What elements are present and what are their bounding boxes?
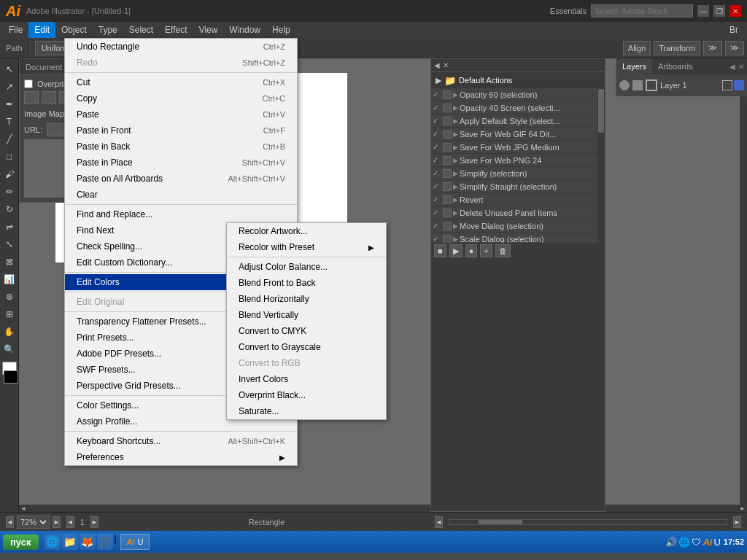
submenu-blend-front-back[interactable]: Blend Front to Back	[227, 275, 386, 291]
start-button[interactable]: пуск	[3, 534, 39, 550]
tab-artboards[interactable]: Artboards	[652, 58, 699, 74]
action-row-9[interactable]: ✓ ▶ Delete Unused Panel Items	[431, 206, 605, 219]
target-circle[interactable]	[722, 80, 732, 90]
layers-close[interactable]: ✕	[738, 63, 744, 71]
taskbar-icon-firefox[interactable]: 🦊	[80, 534, 96, 550]
tray-icon-2[interactable]: 🌐	[678, 537, 690, 548]
action-row-6[interactable]: ✓ ▶ Simplify (selection)	[431, 167, 605, 180]
scroll-left-btn[interactable]: ◄	[19, 505, 28, 512]
menu-select[interactable]: Select	[123, 22, 159, 38]
paintbrush-tool[interactable]: 🖌	[1, 166, 18, 182]
tray-icon-1[interactable]: 🔊	[665, 537, 677, 548]
stroke-color[interactable]	[4, 370, 18, 384]
zoom-select[interactable]: 72%	[17, 516, 50, 529]
more-button[interactable]: ≫	[703, 41, 722, 55]
actions-expand[interactable]: ◀	[434, 61, 440, 69]
pen-tool[interactable]: ✒	[1, 96, 18, 112]
menu-paste-all[interactable]: Paste on All Artboards Alt+Shift+Ctrl+V	[65, 171, 297, 187]
action-row-7[interactable]: ✓ ▶ Simplify Straight (selection)	[431, 180, 605, 193]
action-row-10[interactable]: ✓ ▶ Move Dialog (selection)	[431, 219, 605, 233]
layers-expand[interactable]: ◀	[729, 63, 735, 71]
hand-tool[interactable]: ✋	[1, 324, 18, 340]
reflect-tool[interactable]: ⇌	[1, 219, 18, 235]
taskbar-window-ai[interactable]: Ai U	[120, 534, 150, 550]
menu-file[interactable]: File	[3, 22, 28, 38]
align-button[interactable]: Align	[623, 41, 651, 55]
blend-tool[interactable]: ⊠	[1, 254, 18, 270]
icon-btn-2[interactable]	[42, 91, 56, 104]
menu-paste-front[interactable]: Paste in Front Ctrl+F	[65, 122, 297, 139]
action-row-8[interactable]: ✓ ▶ Revert	[431, 193, 605, 206]
action-row-5[interactable]: ✓ ▶ Save For Web PNG 24	[431, 154, 605, 167]
submenu-blend-h[interactable]: Blend Horizontally	[227, 291, 386, 307]
action-row-1[interactable]: ✓ ▶ Opacity 40 Screen (selecti...	[431, 101, 605, 114]
submenu-recolor-preset[interactable]: Recolor with Preset ▶	[227, 239, 386, 255]
actions-play-btn[interactable]: ▶	[449, 244, 462, 257]
action-row-4[interactable]: ✓ ▶ Save For Web JPG Medium	[431, 141, 605, 154]
scroll-right-btn[interactable]: ►	[738, 505, 747, 512]
actions-new-btn[interactable]: +	[480, 244, 492, 257]
zoom-tool[interactable]: 🔍	[1, 341, 18, 357]
menu-find-replace[interactable]: Find and Replace...	[65, 206, 297, 222]
layer-visibility-icon[interactable]	[619, 80, 630, 90]
menu-cut[interactable]: Cut Ctrl+X	[65, 74, 297, 90]
submenu-convert-cmyk[interactable]: Convert to CMYK	[227, 323, 386, 339]
taskbar-icon-explorer[interactable]: 📁	[62, 534, 78, 550]
tray-icon-ai[interactable]: Ai	[703, 537, 712, 548]
actions-scrollbar[interactable]	[597, 88, 605, 259]
actions-del-btn[interactable]: 🗑	[495, 244, 511, 257]
zoom-decrease-btn[interactable]: ◄	[6, 516, 14, 528]
tray-icon-4[interactable]: U	[713, 537, 720, 548]
menu-paste-place[interactable]: Paste in Place Shift+Ctrl+V	[65, 155, 297, 171]
panel-toggle[interactable]: ≫	[725, 41, 744, 55]
tray-icon-3[interactable]: 🛡	[692, 537, 701, 548]
menu-keyboard-shortcuts[interactable]: Keyboard Shortcuts... Alt+Shift+Ctrl+K	[65, 433, 297, 449]
action-row-0[interactable]: ✓ ▶ Opacity 60 (selection)	[431, 88, 605, 101]
menu-paste-back[interactable]: Paste in Back Ctrl+B	[65, 139, 297, 155]
taskbar-icon-media[interactable]: 🎵	[97, 534, 113, 550]
menu-window[interactable]: Window	[223, 22, 266, 38]
icon-btn-1[interactable]	[24, 91, 39, 104]
type-tool[interactable]: T	[1, 114, 18, 130]
overprint-fill-checkbox[interactable]	[24, 79, 33, 88]
taskbar-icon-ie[interactable]: 🌐	[44, 534, 61, 550]
transform-button[interactable]: Transform	[654, 41, 700, 55]
submenu-invert-colors[interactable]: Invert Colors	[227, 371, 386, 387]
actions-record-btn[interactable]: ●	[465, 244, 478, 257]
menu-view[interactable]: View	[193, 22, 224, 38]
action-row-2[interactable]: ✓ ▶ Apply Default Style (select...	[431, 114, 605, 128]
menu-effect[interactable]: Effect	[159, 22, 193, 38]
rect-tool[interactable]: □	[1, 149, 18, 165]
submenu-saturate[interactable]: Saturate...	[227, 403, 386, 419]
menu-object[interactable]: Object	[55, 22, 93, 38]
layer-item-1[interactable]: Layer 1	[619, 77, 744, 93]
scale-tool[interactable]: ⤡	[1, 236, 18, 252]
tab-layers[interactable]: Layers	[616, 58, 652, 74]
scroll-left-status[interactable]: ◄	[435, 516, 443, 528]
pencil-tool[interactable]: ✏	[1, 184, 18, 200]
submenu-overprint-black[interactable]: Overprint Black...	[227, 387, 386, 403]
menu-type[interactable]: Type	[93, 22, 123, 38]
menu-edit[interactable]: Edit	[28, 22, 55, 38]
menu-copy[interactable]: Copy Ctrl+C	[65, 90, 297, 106]
search-input[interactable]	[591, 4, 693, 18]
scroll-right-status[interactable]: ►	[733, 516, 741, 528]
horizontal-scrollbar[interactable]	[449, 519, 727, 525]
menu-br[interactable]: Br	[724, 23, 744, 36]
action-row-3[interactable]: ✓ ▶ Save For Web GIF 64 Dit...	[431, 128, 605, 141]
menu-undo[interactable]: Undo Rectangle Ctrl+Z	[65, 39, 297, 55]
menu-preferences[interactable]: Preferences ▶	[65, 449, 297, 465]
page-next-btn[interactable]: ►	[90, 516, 98, 528]
select-tool[interactable]: ↖	[1, 61, 18, 77]
symbol-tool[interactable]: ⊕	[1, 289, 18, 305]
actions-stop-btn[interactable]: ■	[434, 244, 446, 257]
close-button[interactable]: ✕	[729, 5, 741, 17]
page-prev-btn[interactable]: ◄	[66, 516, 74, 528]
minimize-button[interactable]: —	[697, 5, 709, 17]
menu-help[interactable]: Help	[266, 22, 296, 38]
submenu-convert-grayscale[interactable]: Convert to Grayscale	[227, 339, 386, 355]
submenu-recolor-artwork[interactable]: Recolor Artwork...	[227, 223, 386, 239]
submenu-adjust-color[interactable]: Adjust Color Balance...	[227, 259, 386, 275]
actions-close[interactable]: ✕	[443, 61, 449, 69]
actions-group-arrow[interactable]: ▶	[436, 76, 441, 85]
